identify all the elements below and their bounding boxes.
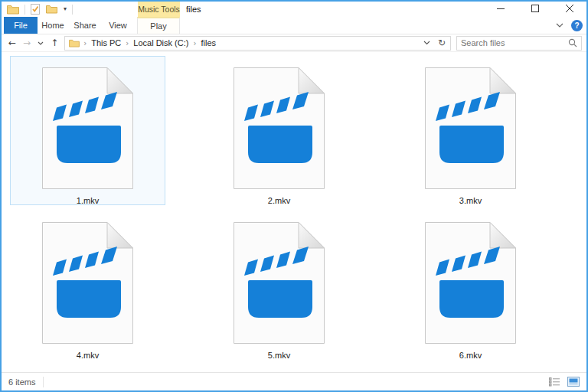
view-toggle-buttons: [548, 376, 580, 387]
search-box: [456, 36, 582, 51]
address-row: ← → ↑ › This PC › Local Disk (C:) › file…: [2, 34, 586, 52]
file-tile[interactable]: 4.mkv: [10, 211, 165, 360]
caption-buttons: [483, 0, 586, 17]
qat-separator: [72, 5, 73, 15]
file-icon-slot: [425, 222, 516, 344]
file-tile[interactable]: 6.mkv: [393, 211, 548, 360]
history-dropdown-icon[interactable]: [37, 41, 44, 46]
quick-access-toolbar: ▾: [6, 3, 73, 15]
large-thumbnails-view-icon[interactable]: [567, 376, 580, 387]
breadcrumb-separator: ›: [193, 39, 196, 47]
file-tile[interactable]: 5.mkv: [201, 211, 357, 360]
title-bar: ▾ Music Tools files: [2, 2, 586, 17]
properties-check-icon[interactable]: [30, 3, 41, 15]
status-separator: [43, 377, 44, 387]
file-tile[interactable]: 1.mkv: [10, 56, 165, 205]
file-name: 3.mkv: [459, 196, 482, 205]
file-icon-slot: [234, 67, 325, 189]
file-list-area[interactable]: 1.mkv 2.mkv: [2, 52, 586, 372]
breadcrumb-separator: ›: [83, 39, 87, 47]
ribbon-tab-row: File Home Share View Play ?: [2, 17, 586, 34]
tab-file[interactable]: File: [4, 17, 38, 34]
window-title: files: [186, 2, 201, 17]
up-icon[interactable]: ↑: [50, 38, 59, 47]
breadcrumb-local-disk-c[interactable]: Local Disk (C:): [132, 38, 189, 47]
breadcrumb-separator: ›: [126, 39, 129, 47]
breadcrumb-files[interactable]: files: [200, 38, 217, 47]
search-input[interactable]: [461, 38, 568, 47]
mkv-file-icon: [42, 222, 133, 344]
file-name: 4.mkv: [77, 351, 99, 360]
file-tile[interactable]: 3.mkv: [393, 56, 548, 205]
mkv-file-icon: [234, 222, 325, 344]
back-icon[interactable]: ←: [8, 38, 17, 47]
forward-icon[interactable]: →: [22, 38, 31, 47]
qat-dropdown-icon[interactable]: ▾: [63, 2, 67, 16]
new-folder-icon[interactable]: [45, 4, 58, 15]
file-explorer-window: ▾ Music Tools files File Home Share View…: [0, 0, 588, 392]
folder-icon: [69, 39, 80, 47]
expand-ribbon-chevron-icon[interactable]: [555, 22, 564, 28]
tab-share[interactable]: Share: [68, 17, 102, 34]
status-bar: 6 items: [2, 372, 586, 390]
file-icon-slot: [42, 67, 133, 189]
breadcrumb-this-pc[interactable]: This PC: [90, 38, 122, 47]
file-icon-slot: [42, 222, 133, 344]
ribbon-right-controls: ?: [555, 17, 583, 34]
maximize-button[interactable]: [518, 0, 552, 17]
qat-separator: [24, 5, 25, 15]
file-icon-slot: [425, 67, 516, 189]
file-tile[interactable]: 2.mkv: [201, 56, 357, 205]
mkv-file-icon: [42, 67, 133, 189]
mkv-file-icon: [234, 67, 325, 189]
close-button[interactable]: [552, 0, 586, 17]
explorer-folder-icon[interactable]: [6, 4, 20, 15]
address-bar[interactable]: › This PC › Local Disk (C:) › files ↻: [64, 36, 451, 51]
details-view-icon[interactable]: [548, 376, 561, 387]
file-name: 1.mkv: [77, 196, 99, 205]
file-name: 2.mkv: [268, 196, 290, 205]
search-icon[interactable]: [568, 38, 577, 47]
file-name: 5.mkv: [268, 351, 290, 360]
file-name: 6.mkv: [459, 351, 482, 360]
file-icon-slot: [234, 222, 325, 344]
contextual-tab-group-label: Music Tools: [138, 2, 180, 17]
mkv-file-icon: [425, 67, 516, 189]
items-count: 6 items: [8, 377, 35, 387]
tab-view[interactable]: View: [102, 17, 134, 34]
address-dropdown-icon[interactable]: [423, 40, 431, 46]
minimize-button[interactable]: [483, 0, 518, 17]
mkv-file-icon: [425, 222, 516, 344]
refresh-icon[interactable]: ↻: [435, 38, 449, 48]
tab-play[interactable]: Play: [137, 17, 180, 34]
tab-home[interactable]: Home: [38, 17, 68, 34]
help-icon[interactable]: ?: [571, 20, 583, 31]
